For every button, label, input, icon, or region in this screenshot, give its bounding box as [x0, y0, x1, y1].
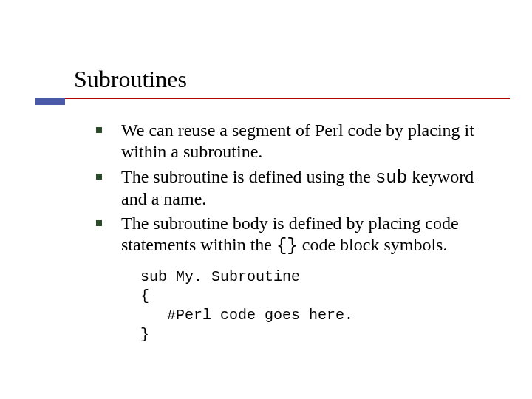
square-bullet-icon — [96, 174, 102, 180]
list-item: The subroutine is defined using the sub … — [96, 166, 502, 211]
bullet-text: We can reuse a segment of Perl code by p… — [121, 120, 474, 161]
list-item: The subroutine body is defined by placin… — [96, 213, 502, 257]
list-item: We can reuse a segment of Perl code by p… — [96, 120, 502, 163]
square-bullet-icon — [96, 220, 102, 226]
square-bullet-icon — [96, 127, 102, 133]
inline-code: sub — [375, 168, 407, 188]
title-underline — [35, 98, 510, 99]
title-underline-accent — [35, 98, 65, 105]
title-area: Subroutines — [74, 66, 510, 97]
slide-title: Subroutines — [74, 66, 510, 92]
code-line: #Perl code goes here. — [140, 307, 353, 324]
code-line: sub My. Subroutine — [140, 268, 300, 285]
bullet-text-post: code block symbols. — [298, 235, 448, 254]
code-line: } — [140, 326, 149, 343]
inline-code: {} — [276, 236, 298, 256]
code-block: sub My. Subroutine { #Perl code goes her… — [140, 267, 353, 344]
code-line: { — [140, 287, 149, 304]
slide: Subroutines We can reuse a segment of Pe… — [0, 0, 532, 399]
bullet-text-pre: The subroutine is defined using the — [121, 167, 375, 186]
bullet-list: We can reuse a segment of Perl code by p… — [96, 120, 502, 260]
